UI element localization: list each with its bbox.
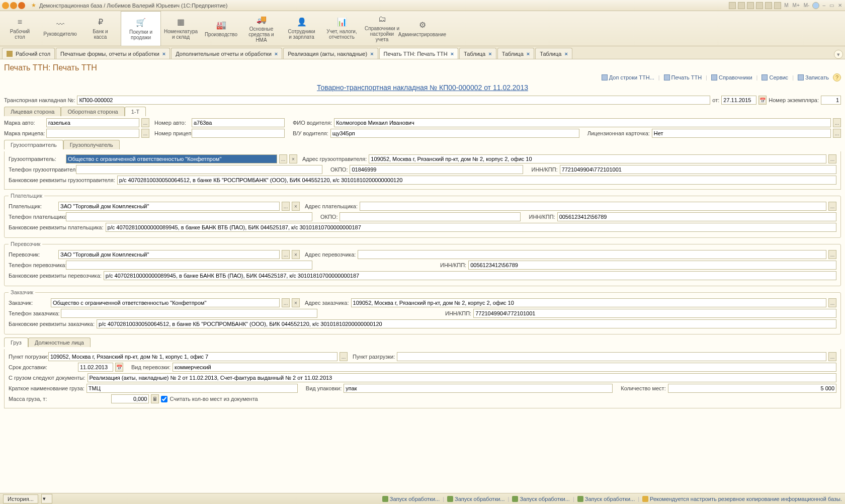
mem-mminus[interactable]: M- xyxy=(803,3,811,8)
driver-input[interactable] xyxy=(334,118,831,127)
mini-tab[interactable]: Груз xyxy=(4,338,28,347)
mass-input[interactable] xyxy=(111,394,149,403)
app-icon-3[interactable] xyxy=(18,2,25,9)
transport-type-input[interactable] xyxy=(173,363,836,372)
copies-input[interactable] xyxy=(821,96,841,105)
nav-item[interactable]: ₽Банк икасса xyxy=(80,11,121,46)
carrier-inn-input[interactable] xyxy=(468,261,836,270)
tab-close-icon[interactable]: × xyxy=(488,51,491,57)
toolbar-btn[interactable]: Доп строки ТТН... xyxy=(600,73,656,81)
mini-tab[interactable]: Лицевая сторона xyxy=(4,107,61,116)
trailer-brand-input[interactable] xyxy=(46,129,139,138)
nav-item[interactable]: 🏭Производство xyxy=(201,11,241,46)
load-input[interactable] xyxy=(48,352,337,361)
select-btn[interactable]: ... xyxy=(340,352,348,361)
customer-name-input[interactable] xyxy=(51,298,280,307)
doc-tab[interactable]: Таблица× xyxy=(459,48,496,59)
clear-btn[interactable]: × xyxy=(289,154,297,163)
select-btn[interactable]: ... xyxy=(141,118,149,127)
favorite-icon[interactable]: ★ xyxy=(31,2,36,9)
select-btn[interactable]: ... xyxy=(828,250,836,259)
toolbar-btn[interactable]: Печать ТТН xyxy=(662,73,704,81)
docs-input[interactable] xyxy=(88,373,836,382)
history-button[interactable]: История... xyxy=(3,494,38,503)
clear-btn[interactable]: × xyxy=(292,298,300,307)
tab-close-icon[interactable]: × xyxy=(564,51,567,57)
minimize-icon[interactable]: – xyxy=(821,3,826,8)
mem-mplus[interactable]: M+ xyxy=(792,3,801,8)
toolbar-btn[interactable]: Сервис xyxy=(759,73,790,81)
select-btn[interactable]: ... xyxy=(828,298,836,307)
nav-item[interactable]: 🗂Справочники инастройки учета xyxy=(362,11,402,46)
select-btn[interactable]: ... xyxy=(828,202,836,211)
mini-tab[interactable]: Грузополучатель xyxy=(63,140,120,149)
carrier-addr-input[interactable] xyxy=(358,250,826,259)
doc-tab[interactable]: Таблица× xyxy=(497,48,535,59)
select-btn[interactable]: ... xyxy=(828,154,836,163)
doc-tab[interactable]: Таблица× xyxy=(535,48,572,59)
tb-icon[interactable] xyxy=(729,2,736,9)
nav-item[interactable]: 📊Учет, налоги,отчетность xyxy=(322,11,362,46)
tb-icon[interactable] xyxy=(756,2,763,9)
short-name-input[interactable] xyxy=(87,384,298,393)
carrier-bank-input[interactable] xyxy=(104,271,836,280)
customer-bank-input[interactable] xyxy=(97,319,836,328)
select-btn[interactable]: ... xyxy=(282,202,290,211)
doc-tab[interactable]: Печать ТТН: Печать ТТН× xyxy=(379,48,459,59)
select-btn[interactable]: ... xyxy=(282,298,290,307)
delivery-input[interactable] xyxy=(78,363,113,372)
payer-addr-input[interactable] xyxy=(360,202,826,211)
mini-tab[interactable]: Должностные лица xyxy=(28,338,91,347)
invoice-no-input[interactable] xyxy=(77,96,710,105)
nav-item[interactable]: 👤Сотрудникии зарплата xyxy=(282,11,322,46)
toolbar-btn[interactable]: Записать xyxy=(796,73,831,81)
tab-close-icon[interactable]: × xyxy=(370,51,373,57)
car-brand-input[interactable] xyxy=(46,118,139,127)
count-from-doc-checkbox[interactable] xyxy=(161,396,167,402)
customer-addr-input[interactable] xyxy=(351,298,826,307)
select-btn[interactable]: ... xyxy=(828,352,836,361)
nav-item[interactable]: ≡Рабочийстол xyxy=(0,11,40,46)
shipper-okpo-input[interactable] xyxy=(350,165,523,174)
payer-phone-input[interactable] xyxy=(66,212,312,221)
shipper-phone-input[interactable] xyxy=(76,165,322,174)
backup-warning[interactable]: Рекомендуется настроить резервное копиро… xyxy=(642,496,842,502)
carrier-phone-input[interactable] xyxy=(66,261,312,270)
tb-icon[interactable] xyxy=(765,2,772,9)
select-btn[interactable]: ... xyxy=(833,118,841,127)
select-btn[interactable]: ... xyxy=(141,129,149,138)
mini-tab[interactable]: Оборотная сторона xyxy=(61,107,124,116)
payer-okpo-input[interactable] xyxy=(340,212,521,221)
status-task[interactable]: Запуск обработки... xyxy=(577,496,635,502)
maximize-icon[interactable]: ▭ xyxy=(828,3,835,8)
doc-tab[interactable]: Рабочий стол xyxy=(2,48,55,59)
nav-item[interactable]: ▦Номенклатураи склад xyxy=(161,11,201,46)
help-icon[interactable]: ? xyxy=(833,73,841,81)
tab-close-icon[interactable]: × xyxy=(451,51,454,57)
shipper-addr-input[interactable] xyxy=(369,154,826,163)
clear-btn[interactable]: × xyxy=(292,250,300,259)
lic-card-input[interactable] xyxy=(652,129,831,138)
shipper-inn-input[interactable] xyxy=(560,165,836,174)
app-icon-1[interactable] xyxy=(2,2,9,9)
tb-icon[interactable] xyxy=(774,2,781,9)
doc-tab[interactable]: Печатные формы, отчеты и обработки× xyxy=(56,48,170,59)
car-no-input[interactable] xyxy=(192,118,285,127)
trailer-no-input[interactable] xyxy=(192,129,285,138)
customer-inn-input[interactable] xyxy=(473,309,836,318)
carrier-name-input[interactable] xyxy=(58,250,280,259)
nav-item[interactable]: 〰Руководителю xyxy=(40,11,80,46)
clear-btn[interactable]: × xyxy=(292,202,300,211)
places-input[interactable] xyxy=(668,384,836,393)
status-task[interactable]: Запуск обработки... xyxy=(382,496,440,502)
license-doc-input[interactable] xyxy=(330,129,579,138)
tabs-expand-icon[interactable]: ▾ xyxy=(834,50,843,59)
select-btn[interactable]: ... xyxy=(282,250,290,259)
calendar-icon[interactable]: 📅 xyxy=(758,96,767,105)
shipper-name-input[interactable] xyxy=(66,154,277,163)
toolbar-btn[interactable]: Справочники xyxy=(709,73,754,81)
select-btn[interactable]: ... xyxy=(279,154,287,163)
payer-inn-input[interactable] xyxy=(557,212,836,221)
status-task[interactable]: Запуск обработки... xyxy=(512,496,569,502)
calendar-icon[interactable]: 📅 xyxy=(115,363,123,372)
